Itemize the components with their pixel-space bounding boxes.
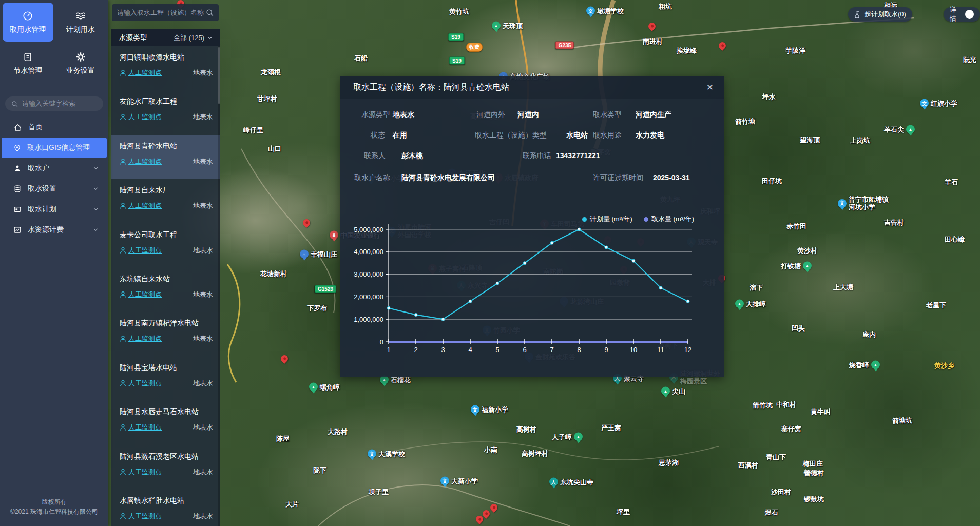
map-label-text: 思茅湖 [659, 459, 679, 466]
map-label: 溜下 [750, 284, 763, 291]
station-name: 陆河县青砼水电站 [120, 142, 213, 151]
water-type-label: 地表水 [193, 157, 213, 166]
map-label-text: 中和村 [776, 401, 796, 408]
detail-toggle[interactable]: 详情 [944, 7, 980, 22]
module-tile-3[interactable]: 节水管理 [3, 44, 53, 83]
manual-monitor-link[interactable]: 人工监测点 [120, 379, 162, 388]
field-value: 河道内生产 [636, 110, 671, 120]
list-item[interactable]: 陆河县宝塔水电站人工监测点地表水 [111, 357, 220, 401]
map-label-line: 庵内 [862, 330, 876, 338]
map-label: ▲螺角嶂 [309, 383, 340, 392]
waves-icon [74, 10, 87, 22]
sidebar-item-6[interactable]: 水资源计费 [0, 220, 108, 240]
manual-monitor-link[interactable]: 人工监测点 [120, 423, 162, 432]
sidebar-item-3[interactable]: 取水户 [0, 158, 108, 179]
data-point [523, 262, 526, 265]
temple-marker-icon: 人 [549, 478, 558, 486]
home-icon [13, 123, 22, 132]
chevron-down-icon [92, 165, 99, 173]
manual-monitor-link[interactable]: 人工监测点 [120, 512, 162, 521]
manual-monitor-link[interactable]: 人工监测点 [120, 201, 162, 210]
module-tile-2[interactable]: 计划用水 [55, 3, 106, 42]
list-item[interactable]: 陆河县激石溪老区水电站人工监测点地表水 [111, 445, 220, 490]
list-item[interactable]: 水唇镇水栏肚水电站人工监测点地表水 [111, 490, 220, 526]
sidebar-search-input[interactable]: 请输入关键字检索 [5, 96, 103, 111]
station-name: 东坑镇自来水站 [120, 275, 213, 284]
map-label-line: 下罗布 [307, 304, 327, 312]
map-label-line: 黄沙村 [797, 247, 817, 255]
map-label: 上岗坑 [850, 137, 870, 144]
module-tile-4[interactable]: 业务设置 [55, 44, 106, 83]
field-value: 在用 [393, 131, 407, 140]
sidebar-item-5[interactable]: 取水计划 [0, 199, 108, 220]
field-value: 2025-03-31 [653, 173, 690, 182]
list-item[interactable]: 麦卡公司取水工程人工监测点地表水 [111, 224, 220, 268]
mtn-marker-icon: ▲ [735, 300, 744, 308]
map-label-line: 陇下 [313, 466, 326, 474]
manual-monitor-link[interactable]: 人工监测点 [120, 246, 162, 255]
map-label-line: 南进村 [643, 37, 663, 45]
close-icon[interactable]: ✕ [706, 83, 714, 92]
map-label: 石船 [354, 54, 368, 62]
x-tick-label: 9 [604, 346, 608, 354]
list-item[interactable]: 陆河县水唇走马石水电站人工监测点地表水 [111, 401, 220, 445]
map-label-line: 田仔坑 [762, 177, 782, 185]
manual-monitor-link[interactable]: 人工监测点 [120, 157, 162, 166]
map-label-line: 墩塘学校 [597, 7, 624, 15]
sidebar-menu: 首页取水口GIS信息管理取水户取水设置取水计划水资源计费 [0, 117, 108, 240]
map-label-line: 高树坪村 [522, 450, 548, 457]
road-track [390, 442, 719, 460]
list-item[interactable]: 河口镇唱歌潭水电站人工监测点地表水 [111, 46, 220, 90]
list-item[interactable]: 友能水厂取水工程人工监测点地表水 [111, 90, 220, 134]
list-item[interactable]: 陆河县青砼水电站人工监测点地表水 [111, 135, 220, 179]
field-value: 13432771221 [556, 151, 600, 160]
filter-dropdown[interactable]: 全部 (125) [174, 33, 213, 43]
map-label-line: 坝子里 [369, 488, 389, 496]
map-label-line: 箭竹塘 [735, 118, 755, 125]
manual-monitor-link[interactable]: 人工监测点 [120, 112, 162, 122]
map-label: 山口 [268, 145, 281, 152]
over-plan-intake-button[interactable]: 超计划取水(0) [848, 7, 912, 22]
monitor-label: 人工监测点 [128, 157, 162, 166]
station-meta: 人工监测点地表水 [120, 246, 213, 255]
sidebar-item-2[interactable]: 取水口GIS信息管理 [2, 138, 107, 158]
module-tile-label: 计划用水 [66, 25, 95, 34]
map-label-line: 望海顶 [800, 136, 820, 144]
map-label: ▲烧香嶂 [849, 361, 880, 369]
list-scrollbar[interactable] [218, 46, 220, 526]
chevron-down-icon [92, 226, 99, 235]
map-label-line: 羊石 [945, 178, 958, 186]
sidebar-item-4[interactable]: 取水设置 [0, 179, 108, 199]
x-tick-label: 2 [414, 346, 417, 354]
list-item[interactable]: 陆河县自来水厂人工监测点地表水 [111, 179, 220, 223]
list-item[interactable]: 陆河县南万镇杞洋水电站人工监测点地表水 [111, 312, 220, 356]
map-label: 文福新小学 [471, 405, 508, 414]
monitor-label: 人工监测点 [128, 290, 162, 299]
manual-monitor-link[interactable]: 人工监测点 [120, 68, 162, 77]
map-label: 中和村 [776, 401, 796, 408]
water-type-label: 地表水 [193, 201, 213, 210]
scrollbar-thumb[interactable] [218, 47, 220, 104]
manual-monitor-link[interactable]: 人工监测点 [120, 467, 162, 477]
map-label: 坪水 [762, 93, 776, 101]
sidebar-item-1[interactable]: 首页 [0, 117, 108, 138]
manual-monitor-link[interactable]: 人工监测点 [120, 334, 162, 343]
flask-icon [854, 11, 861, 18]
map-label-text: 打铁塘 [781, 262, 801, 270]
map-label-text: 赤竹田 [786, 222, 806, 230]
toggle-knob[interactable] [965, 10, 974, 19]
map-label-text: 溜下 [750, 284, 763, 291]
data-point [686, 300, 689, 303]
module-tile-1[interactable]: 取用水管理 [3, 3, 53, 42]
manual-monitor-link[interactable]: 人工监测点 [120, 290, 162, 299]
map-label-line: 打铁塘 [781, 262, 801, 270]
mtn-marker-icon: ▲ [906, 125, 915, 134]
map-label-line: 芋陂洋 [785, 47, 805, 54]
field-label: 状态 [371, 131, 385, 140]
map-label-text: 小南 [484, 446, 497, 454]
search-icon[interactable] [206, 9, 214, 16]
map-label-line: 黄沙乡 [934, 362, 954, 369]
map-label-line: 中和村 [776, 401, 796, 408]
station-search-input[interactable]: 请输入取水工程（设施）名称 [112, 4, 219, 21]
list-item[interactable]: 东坑镇自来水站人工监测点地表水 [111, 268, 220, 312]
